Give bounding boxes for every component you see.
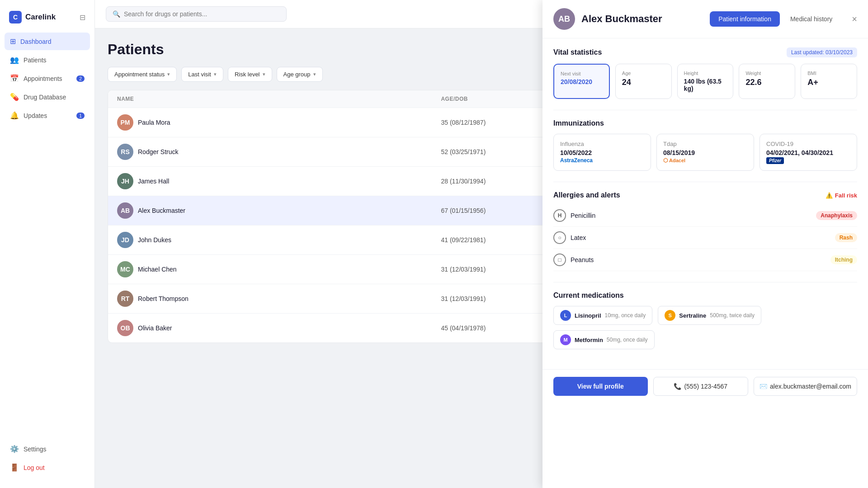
- panel-footer: View full profile 📞 (555) 123-4567 ✉️ al…: [542, 369, 868, 403]
- med-name: Lisinopril: [575, 312, 601, 319]
- search-box[interactable]: 🔍: [106, 6, 287, 22]
- sidebar-item-logout[interactable]: 🚪 Log out: [5, 459, 90, 476]
- allergies-header: Allergies and alerts ⚠️ Fall risk: [553, 191, 857, 199]
- allergy-name: Penicillin: [571, 212, 595, 219]
- sidebar-item-dashboard[interactable]: ⊞ Dashboard: [5, 33, 90, 50]
- patient-name-cell: OB Olivia Baker: [117, 320, 441, 336]
- med-dose: 500mg, twice daily: [710, 312, 755, 319]
- sidebar-item-drug-database[interactable]: 💊 Drug Database: [5, 88, 90, 106]
- logout-icon: 🚪: [10, 463, 19, 472]
- app-logo: C Carelink ⊟: [0, 7, 94, 33]
- vital-value: 140 lbs (63.5 kg): [684, 78, 727, 92]
- filter-last-visit[interactable]: Last visit ▾: [181, 67, 223, 82]
- sidebar-item-appointments[interactable]: 📅 Appointments 2: [5, 70, 90, 87]
- drug-database-icon: 💊: [10, 93, 19, 101]
- patient-name-cell: JH James Hall: [117, 173, 441, 189]
- vital-label: Next visit: [561, 71, 603, 76]
- fall-risk-badge: ⚠️ Fall risk: [826, 192, 857, 199]
- chevron-down-icon: ▾: [167, 71, 170, 77]
- chevron-down-icon: ▾: [263, 71, 265, 77]
- patient-name-cell: JD John Dukes: [117, 232, 441, 248]
- close-button[interactable]: ×: [852, 14, 857, 24]
- vital-card-weight: Weight 22.6: [739, 64, 795, 99]
- med-dose: 50mg, once daily: [607, 337, 648, 343]
- med-dose: 10mg, once daily: [605, 312, 646, 319]
- medication-metformin: M Metformin 50mg, once daily: [553, 330, 655, 349]
- patient-name-cell: AB Alex Buckmaster: [117, 202, 441, 219]
- allergy-icon: ○: [553, 231, 566, 244]
- med-icon: M: [560, 334, 571, 345]
- panel-tabs: Patient information Medical history: [710, 11, 841, 27]
- vital-value: 20/08/2020: [561, 78, 603, 85]
- brand-label: Pfizer: [766, 157, 850, 164]
- brand-label: AstraZeneca: [560, 157, 644, 164]
- allergy-badge: Itching: [830, 255, 857, 264]
- sidebar-collapse-button[interactable]: ⊟: [80, 13, 85, 22]
- search-icon: 🔍: [113, 10, 120, 18]
- filter-appointment-status[interactable]: Appointment status ▾: [108, 67, 177, 82]
- updates-icon: 🔔: [10, 111, 19, 120]
- view-full-profile-button[interactable]: View full profile: [553, 377, 648, 396]
- patient-name-cell: RT Robert Thompson: [117, 291, 441, 307]
- email-icon: ✉️: [760, 383, 767, 390]
- panel-body: Vital statistics Last updated: 03/10/202…: [542, 38, 868, 369]
- sidebar-item-label: Patients: [24, 56, 47, 64]
- patient-name: Robert Thompson: [138, 295, 189, 302]
- avatar: OB: [117, 320, 133, 336]
- filter-age-group[interactable]: Age group ▾: [277, 67, 323, 82]
- allergies-title: Allergies and alerts: [553, 191, 620, 199]
- vital-stats-title: Vital statistics: [553, 48, 602, 56]
- appointments-icon: 📅: [10, 74, 19, 83]
- search-input[interactable]: [124, 10, 280, 18]
- immunizations-header: Immunizations: [553, 119, 857, 127]
- sidebar-item-patients[interactable]: 👥 Patients: [5, 51, 90, 69]
- filter-risk-level[interactable]: Risk level ▾: [228, 67, 272, 82]
- medications-section: Current medications L Lisinopril 10mg, o…: [553, 291, 857, 349]
- settings-icon: ⚙️: [10, 445, 19, 453]
- sidebar-bottom: ⚙️ Settings 🚪 Log out: [0, 440, 94, 481]
- vital-label: BMI: [807, 70, 850, 76]
- allergy-row-latex: ○ Latex Rash: [553, 227, 857, 249]
- sidebar-nav: ⊞ Dashboard 👥 Patients 📅 Appointments 2 …: [0, 33, 94, 440]
- vital-label: Height: [684, 70, 727, 76]
- patient-name: James Hall: [138, 178, 169, 185]
- med-name: Metformin: [575, 337, 603, 343]
- vital-card-height: Height 140 lbs (63.5 kg): [677, 64, 734, 99]
- appointments-badge: 2: [76, 75, 85, 82]
- patient-name-cell: MC Michael Chen: [117, 261, 441, 277]
- email-button[interactable]: ✉️ alex.buckmaster@email.com: [754, 377, 857, 396]
- tab-patient-information[interactable]: Patient information: [710, 11, 780, 27]
- immunizations-grid: Influenza 10/05/2022 AstraZeneca Tdap 08…: [553, 134, 857, 171]
- allergy-icon: H: [553, 209, 566, 222]
- avatar: AB: [117, 202, 133, 219]
- updates-badge: 1: [76, 113, 85, 119]
- patient-name: Alex Buckmaster: [138, 207, 185, 214]
- immun-name: Influenza: [560, 141, 644, 147]
- sidebar-item-updates[interactable]: 🔔 Updates 1: [5, 107, 90, 124]
- allergy-row-peanuts: □ Peanuts Itching: [553, 249, 857, 271]
- med-icon: L: [560, 310, 571, 321]
- medications-title: Current medications: [553, 291, 624, 300]
- panel-patient-name: Alex Buckmaster: [581, 13, 662, 25]
- vital-cards: Next visit 20/08/2020 Age 24 Height 140 …: [553, 64, 857, 99]
- med-name: Sertraline: [679, 312, 706, 319]
- chevron-down-icon: ▾: [313, 71, 316, 77]
- allergy-name: Latex: [571, 234, 586, 241]
- medications-header: Current medications: [553, 291, 857, 300]
- allergy-badge: Anaphylaxis: [816, 211, 857, 220]
- app-name: Carelink: [25, 13, 56, 22]
- tab-medical-history[interactable]: Medical history: [782, 11, 841, 27]
- allergy-badge: Rash: [835, 233, 857, 242]
- vital-value: 22.6: [745, 78, 788, 87]
- vital-card-age: Age 24: [615, 64, 672, 99]
- avatar: RT: [117, 291, 133, 307]
- patient-name: Paula Mora: [138, 119, 170, 126]
- immun-date: 10/05/2022: [560, 149, 644, 156]
- med-icon: S: [665, 310, 675, 321]
- patient-name-cell: PM Paula Mora: [117, 114, 441, 131]
- phone-button[interactable]: 📞 (555) 123-4567: [653, 377, 749, 396]
- patient-name: John Dukes: [138, 236, 171, 244]
- sidebar-item-settings[interactable]: ⚙️ Settings: [5, 440, 90, 458]
- vital-card-next-visit: Next visit 20/08/2020: [553, 64, 610, 99]
- sidebar-item-label: Settings: [24, 446, 47, 453]
